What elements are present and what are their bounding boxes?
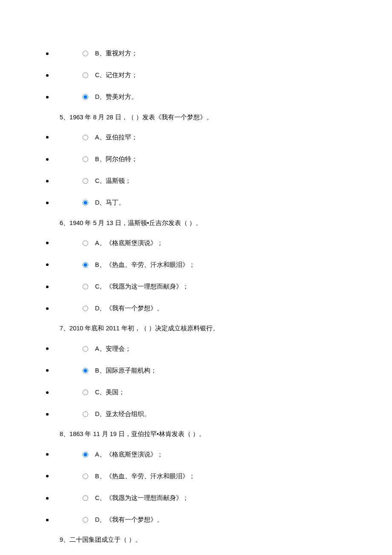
option-label: C、美国；	[95, 387, 125, 397]
bullet-icon	[46, 369, 49, 372]
option-label: C、《我愿为这一理想而献身》；	[95, 282, 189, 292]
option-row: C、温斯顿；	[0, 170, 392, 192]
option-radio[interactable]	[83, 135, 88, 140]
option-row: C、美国；	[0, 382, 392, 403]
option-radio[interactable]	[83, 495, 88, 501]
option-row: B、重视对方；	[0, 43, 392, 64]
option-radio[interactable]	[83, 411, 88, 417]
option-label: A、《格底斯堡演说》；	[95, 238, 163, 248]
option-label: A、亚伯拉罕；	[95, 133, 138, 142]
option-row: D、赞美对方。	[0, 86, 392, 108]
option-label: B、阿尔伯特；	[95, 154, 138, 164]
option-row: A、安理会；	[0, 338, 392, 360]
option-row: A、1999 年；	[0, 549, 392, 555]
option-radio[interactable]	[83, 306, 88, 311]
option-row: A、亚伯拉罕；	[0, 127, 392, 148]
option-radio[interactable]	[83, 94, 88, 100]
option-label: D、马丁。	[95, 198, 125, 208]
option-label: B、《热血、辛劳、汗水和眼泪》；	[95, 260, 195, 270]
option-radio[interactable]	[83, 51, 88, 56]
option-row: A、《格底斯堡演说》；	[0, 444, 392, 465]
option-radio[interactable]	[83, 474, 88, 479]
option-row: B、《热血、辛劳、汗水和眼泪》；	[0, 254, 392, 276]
option-label: D、《我有一个梦想》。	[95, 515, 163, 525]
option-label: D、《我有一个梦想》。	[95, 304, 163, 313]
option-radio[interactable]	[83, 156, 88, 162]
bullet-icon	[46, 96, 49, 98]
bullet-icon	[46, 242, 49, 244]
option-label: A、安理会；	[95, 344, 131, 354]
question-text: 6、1940 年 5 月 13 日，温斯顿•丘吉尔发表（ ）。	[60, 214, 392, 232]
option-row: D、《我有一个梦想》。	[0, 509, 392, 531]
option-radio[interactable]	[83, 240, 88, 246]
option-row: B、国际原子能机构；	[0, 360, 392, 382]
bullet-icon	[46, 136, 49, 139]
bullet-icon	[46, 519, 49, 521]
option-radio[interactable]	[83, 517, 88, 523]
option-radio[interactable]	[83, 262, 88, 268]
bullet-icon	[46, 202, 49, 204]
option-row: D、马丁。	[0, 192, 392, 214]
option-row: C、《我愿为这一理想而献身》；	[0, 487, 392, 509]
option-row: A、《格底斯堡演说》；	[0, 232, 392, 254]
bullet-icon	[46, 52, 49, 55]
option-radio[interactable]	[83, 368, 88, 373]
option-row: D、《我有一个梦想》。	[0, 298, 392, 319]
bullet-icon	[46, 391, 49, 394]
option-row: B、《热血、辛劳、汗水和眼泪》；	[0, 465, 392, 487]
option-label: A、《格底斯堡演说》；	[95, 450, 163, 460]
option-radio[interactable]	[83, 452, 88, 457]
option-label: B、重视对方；	[95, 49, 138, 58]
option-radio[interactable]	[83, 200, 88, 205]
option-label: B、《热血、辛劳、汗水和眼泪》；	[95, 471, 195, 481]
option-row: B、阿尔伯特；	[0, 148, 392, 170]
bullet-icon	[46, 347, 49, 350]
option-radio[interactable]	[83, 390, 88, 395]
bullet-icon	[46, 497, 49, 500]
option-radio[interactable]	[83, 346, 88, 352]
option-label: D、赞美对方。	[95, 92, 138, 102]
bullet-icon	[46, 413, 49, 416]
bullet-icon	[46, 263, 49, 266]
question-text: 7、2010 年底和 2011 年初，（ ）决定成立核原料银行。	[60, 319, 392, 338]
option-radio[interactable]	[83, 178, 88, 184]
option-label: C、温斯顿；	[95, 176, 131, 186]
bullet-icon	[46, 307, 49, 310]
bullet-icon	[46, 453, 49, 456]
bullet-icon	[46, 158, 49, 161]
bullet-icon	[46, 286, 49, 288]
option-label: C、《我愿为这一理想而献身》；	[95, 493, 189, 503]
question-text: 5、1963 年 8 月 28 日，（ ）发表《我有一个梦想》。	[60, 108, 392, 127]
question-text: 8、1863 年 11 月 19 日，亚伯拉罕•林肯发表（ ）。	[60, 425, 392, 443]
option-radio[interactable]	[83, 284, 88, 289]
option-row: D、亚太经合组织。	[0, 403, 392, 425]
option-row: C、《我愿为这一理想而献身》；	[0, 276, 392, 298]
option-label: C、记住对方；	[95, 70, 138, 80]
question-text: 9、二十国集团成立于（ ）。	[60, 531, 392, 549]
bullet-icon	[46, 180, 49, 182]
option-row: C、记住对方；	[0, 64, 392, 86]
bullet-icon	[46, 74, 49, 77]
option-label: D、亚太经合组织。	[95, 409, 150, 419]
bullet-icon	[46, 475, 49, 477]
option-radio[interactable]	[83, 72, 88, 78]
option-label: B、国际原子能机构；	[95, 366, 157, 376]
